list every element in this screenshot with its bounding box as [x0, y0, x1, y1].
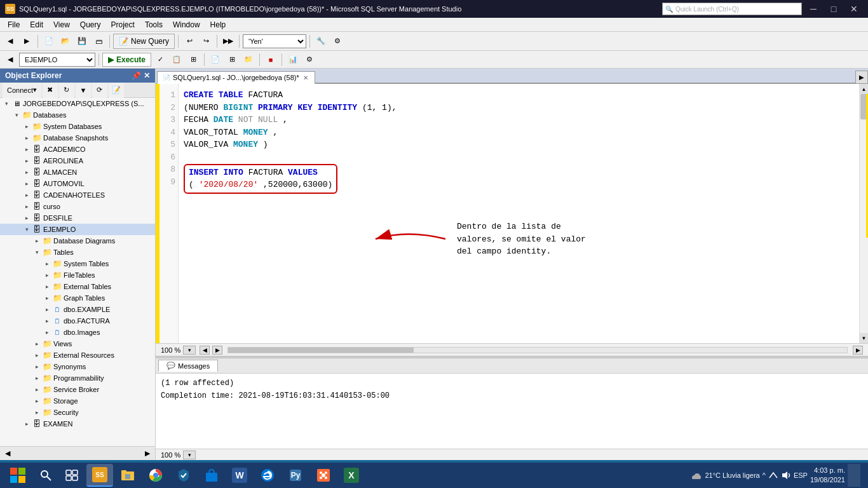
- execute-button[interactable]: ▶ Execute: [102, 53, 151, 67]
- examen-expand[interactable]: ▸: [22, 419, 32, 429]
- more-button[interactable]: ⚙: [330, 34, 345, 49]
- storage-expand[interactable]: ▸: [32, 396, 42, 406]
- cadena-expand[interactable]: ▸: [22, 190, 32, 200]
- close-button[interactable]: ✕: [845, 3, 863, 15]
- forward-button[interactable]: ▶: [19, 34, 34, 49]
- tree-cadenahoteles[interactable]: ▸ 🗄 CADENAHOTELES: [0, 189, 155, 201]
- tree-almacen[interactable]: ▸ 🗄 ALMACEN: [0, 166, 155, 178]
- tree-automovil[interactable]: ▸ 🗄 AUTOMOVIL: [0, 178, 155, 189]
- hscroll-thumb[interactable]: [228, 348, 414, 353]
- menu-file[interactable]: File: [3, 19, 25, 30]
- results-text-button[interactable]: 📄: [208, 52, 223, 67]
- academico-expand[interactable]: ▸: [22, 144, 32, 154]
- tree-external-resources[interactable]: ▸ 📁 External Resources: [0, 349, 155, 361]
- synonyms-expand[interactable]: ▸: [32, 362, 42, 372]
- ext-res-expand[interactable]: ▸: [32, 350, 42, 360]
- tree-dbo-example[interactable]: ▸ 🗒 dbo.EXAMPLE: [0, 304, 155, 315]
- tree-views[interactable]: ▸ 📁 Views: [0, 338, 155, 349]
- debug-button[interactable]: ▶▶: [220, 34, 236, 49]
- taskbar-shield-app[interactable]: [170, 464, 197, 487]
- connect-button[interactable]: Connect▾: [3, 83, 41, 98]
- redo-button[interactable]: ↪: [198, 34, 214, 49]
- databases-expand[interactable]: ▾: [11, 110, 22, 120]
- tables-expand[interactable]: ▾: [32, 247, 42, 257]
- systemdbs-expand[interactable]: ▸: [22, 121, 32, 132]
- task-view-button[interactable]: [58, 464, 85, 487]
- tree-system-dbs[interactable]: ▸ 📁 System Databases: [0, 121, 155, 132]
- weather-widget[interactable]: 21°C Lluvia ligera: [689, 469, 759, 482]
- tree-system-tables[interactable]: ▸ 📁 System Tables: [0, 258, 155, 269]
- curso-expand[interactable]: ▸: [22, 201, 32, 212]
- taskbar-excel-app[interactable]: X: [338, 464, 365, 487]
- dbo-factura-expand[interactable]: ▸: [42, 316, 52, 326]
- taskbar-chrome-app[interactable]: [142, 464, 169, 487]
- tree-service-broker[interactable]: ▸ 📁 Service Broker: [0, 384, 155, 395]
- scroll-right-btn[interactable]: ▶: [212, 346, 222, 355]
- tree-filetables[interactable]: ▸ 📁 FileTables: [0, 269, 155, 281]
- sql-tab[interactable]: 📄 SQLQuery1.sql - JO...\jorgebedoya (58)…: [157, 71, 315, 84]
- taskbar-python-app[interactable]: Py: [282, 464, 309, 487]
- tree-desfile[interactable]: ▸ 🗄 DESFILE: [0, 212, 155, 224]
- new-file-button[interactable]: 📄: [41, 34, 57, 49]
- zoom-dropdown[interactable]: ▾: [183, 346, 196, 355]
- scroll-up[interactable]: ▲: [860, 84, 868, 94]
- tree-storage[interactable]: ▸ 📁 Storage: [0, 395, 155, 407]
- results-zoom-dropdown[interactable]: ▾: [183, 451, 196, 459]
- oe-status-scroll-left[interactable]: ◀: [5, 449, 10, 458]
- tree-ejemplo[interactable]: ▾ 🗄 EJEMPLO: [0, 224, 155, 235]
- stop-button[interactable]: ■: [263, 52, 278, 67]
- tray-arrow[interactable]: ^: [763, 471, 766, 479]
- undo-button[interactable]: ↩: [182, 34, 197, 49]
- tab-scroll-right[interactable]: ▶: [855, 71, 868, 83]
- solution-selector[interactable]: 'Yen': [243, 34, 306, 48]
- tree-tables[interactable]: ▾ 📁 Tables: [0, 247, 155, 258]
- automovil-expand[interactable]: ▸: [22, 179, 32, 189]
- results-file-button[interactable]: 📁: [241, 52, 256, 67]
- taskbar-store-app[interactable]: [198, 464, 225, 487]
- taskbar-edge-app[interactable]: [254, 464, 281, 487]
- taskbar-explorer-app[interactable]: [114, 464, 141, 487]
- tree-curso[interactable]: ▸ 🗄 curso: [0, 201, 155, 212]
- menu-query[interactable]: Query: [75, 19, 106, 30]
- ext-tables-expand[interactable]: ▸: [42, 281, 52, 292]
- almacen-expand[interactable]: ▸: [22, 167, 32, 177]
- tree-graph-tables[interactable]: ▸ 📁 Graph Tables: [0, 292, 155, 304]
- tree-db-snapshots[interactable]: ▸ 📁 Database Snapshots: [0, 132, 155, 144]
- scroll-left-btn[interactable]: ◀: [200, 346, 210, 355]
- taskbar-paint-app[interactable]: [310, 464, 337, 487]
- tree-synonyms[interactable]: ▸ 📁 Synonyms: [0, 361, 155, 372]
- code-content[interactable]: CREATE TABLE FACTURA (NUMERO BIGINT PRIM…: [179, 84, 859, 343]
- broker-expand[interactable]: ▸: [32, 384, 42, 395]
- check-button[interactable]: ✓: [153, 52, 168, 67]
- filter-button[interactable]: ▼: [76, 83, 91, 98]
- minimize-button[interactable]: ─: [804, 3, 822, 15]
- tree-db-diagrams[interactable]: ▸ 📁 Database Diagrams: [0, 235, 155, 247]
- dbo-images-expand[interactable]: ▸: [42, 327, 52, 337]
- open-button[interactable]: 📂: [58, 34, 73, 49]
- filetables-expand[interactable]: ▸: [42, 270, 52, 280]
- menu-view[interactable]: View: [48, 19, 75, 30]
- query-opts-button[interactable]: ⚙: [302, 52, 317, 67]
- taskbar-ssms-app[interactable]: SS: [86, 464, 113, 487]
- security-expand[interactable]: ▸: [32, 407, 42, 417]
- menu-tools[interactable]: Tools: [140, 19, 168, 30]
- results-grid-button[interactable]: ⊞: [224, 52, 240, 67]
- menu-project[interactable]: Project: [106, 19, 140, 30]
- hscroll-bar[interactable]: [227, 347, 848, 353]
- oe-close-icon[interactable]: ✕: [144, 71, 150, 80]
- new-query-button[interactable]: 📝 New Query: [113, 34, 175, 49]
- snapshots-expand[interactable]: ▸: [22, 133, 32, 143]
- desfile-expand[interactable]: ▸: [22, 213, 32, 223]
- menu-edit[interactable]: Edit: [25, 19, 48, 30]
- client-stats-button[interactable]: 📊: [285, 52, 301, 67]
- tree-programmability[interactable]: ▸ 📁 Programmability: [0, 372, 155, 384]
- show-desktop-button[interactable]: [848, 464, 860, 487]
- taskbar-search-button[interactable]: [34, 464, 57, 487]
- menu-help[interactable]: Help: [205, 19, 231, 30]
- oe-tree[interactable]: ▾ 🖥 JORGEBEDOYAP\SQLEXPRESS (S... ▾ 📁 Da…: [0, 98, 155, 446]
- new-query-oe-button[interactable]: 📝: [109, 83, 124, 98]
- ejemplo-expand[interactable]: ▾: [22, 224, 32, 234]
- tree-server[interactable]: ▾ 🖥 JORGEBEDOYAP\SQLEXPRESS (S...: [0, 98, 155, 109]
- oe-status-scroll-right[interactable]: ▶: [145, 449, 150, 458]
- tree-dbo-factura[interactable]: ▸ 🗒 dbo.FACTURA: [0, 315, 155, 327]
